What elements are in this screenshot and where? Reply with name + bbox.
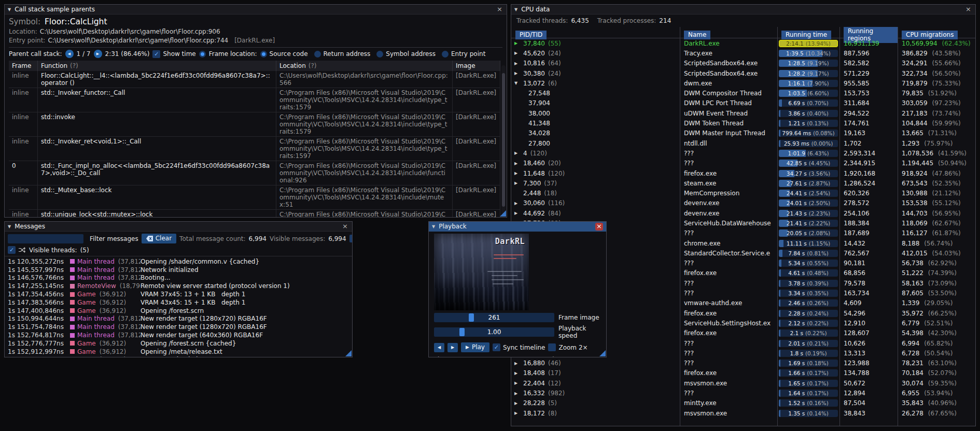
column-header-cpu-migrations[interactable]: CPU migrations	[902, 31, 958, 39]
message-row[interactable]: 1s 152,776,777ns Game (36,912) Opening /…	[8, 339, 349, 348]
expand-icon[interactable]: ▶	[514, 41, 520, 46]
column-header-pid[interactable]: PID/TID	[515, 31, 547, 39]
scrollbar-thumb[interactable]	[502, 73, 505, 207]
cpu-row[interactable]: ▶ 7,300 (37) steam.exe 27.61 s(2.87%) 1,…	[511, 178, 975, 188]
expand-icon[interactable]: ▶	[514, 371, 520, 376]
message-row[interactable]: 1s 147,354,456ns Game (36,912) VRAM 37x4…	[8, 290, 349, 298]
sync-timeline-checkbox[interactable]: ✓ Sync timeline	[493, 343, 545, 351]
message-row[interactable]: 1s 145,557,997ns Main thread (37,812) Ne…	[8, 266, 349, 274]
callstack-row[interactable]: inline std::_Invoker_functor::_Call C:\P…	[9, 88, 500, 112]
cpu-row[interactable]: 2,448 (18) MemCompression 24.41 s(2.54%)…	[511, 188, 975, 198]
cpu-row[interactable]: ▶ 30,380 (24) ScriptedSandbox64.exe 1:28…	[511, 68, 975, 78]
expand-icon[interactable]: ▶	[514, 171, 520, 176]
frame-location-radio[interactable]: Source code	[260, 50, 308, 58]
close-icon[interactable]: ×	[595, 223, 603, 231]
next-frame-button[interactable]: ▶	[447, 343, 458, 352]
truncated-checkbox[interactable]	[349, 235, 352, 242]
expand-icon[interactable]: ▼	[514, 81, 520, 85]
playback-speed-slider[interactable]: 1.00	[434, 327, 554, 337]
frame-location-radio[interactable]: Return address	[314, 50, 371, 58]
message-row[interactable]: 1s 120,355,272ns Main thread (37,812) Op…	[8, 257, 349, 266]
clear-button[interactable]: Clear	[142, 234, 176, 243]
cpu-row[interactable]: ▶ 18,408 (17) firefox.exe 1.66 s(0.17%) …	[511, 368, 975, 378]
cpu-row[interactable]: ▶ 11,648 (120) firefox.exe 34.27 s(3.56%…	[511, 168, 975, 178]
next-parent-button[interactable]: ▶	[94, 50, 102, 58]
message-row[interactable]: 1s 151,754,784ns Main thread (37,812) Ne…	[8, 323, 349, 331]
expand-icon[interactable]: ▶	[514, 411, 520, 415]
slider-grab[interactable]	[469, 313, 474, 322]
cpu-row[interactable]: ▶ 16,332 (982) ??? 1.64 s(0.17%) 12,894 …	[511, 388, 975, 398]
expand-icon[interactable]: ▶	[514, 391, 520, 396]
cpu-row[interactable]: ▶ 18,460 (20) ??? 42.85 s(4.45%) 2,344,9…	[511, 159, 975, 168]
expand-icon[interactable]: ▶	[514, 61, 520, 66]
close-icon[interactable]: ×	[341, 223, 349, 231]
collapse-icon[interactable]: ▼	[432, 224, 435, 229]
expand-icon[interactable]: ▶	[514, 211, 520, 216]
callstack-row[interactable]: inline std::_Mutex_base::lock C:\Program…	[9, 185, 500, 210]
visible-threads-row[interactable]: ✓ Visible threads: (5)	[5, 246, 352, 256]
expand-icon[interactable]: ▶	[514, 161, 520, 166]
resize-grip[interactable]	[500, 210, 506, 217]
play-button[interactable]: ▶ Play	[461, 342, 489, 352]
callstack-row[interactable]: inline Floor::CalcLight::__l4::<lambda_5…	[9, 71, 500, 88]
message-row[interactable]: 1s 152,764,817ns Main thread (37,812) Ne…	[8, 331, 349, 339]
cpu-migrations-cell: 322,734 (56.50%)	[898, 70, 975, 77]
cpu-row[interactable]: 38,000 uDWM Event Thread 3.86 s(0.40%) 2…	[511, 108, 975, 118]
cpu-row[interactable]: ▶ 22,404 (12) msvsmon.exe 1.65 s(0.17%) …	[511, 378, 975, 388]
message-row[interactable]: 1s 146,576,766ns Main thread (37,812) Bo…	[8, 274, 349, 282]
resize-grip[interactable]	[345, 350, 352, 356]
cpu-row[interactable]: 34,028 DWM Master Input Thread 799.64 ms…	[511, 128, 975, 138]
expand-icon[interactable]: ▶	[514, 381, 520, 385]
message-row[interactable]: 1s 147,400,846ns Game (36,912) Opening /…	[8, 307, 349, 315]
expand-icon[interactable]: ▶	[514, 401, 520, 406]
cpu-row[interactable]: ▶ 44,692 (84) devenv.exe 21.43 s(2.23%) …	[511, 208, 975, 218]
threads-checkbox-checked[interactable]: ✓	[8, 246, 16, 254]
cpu-row[interactable]: 27,548 DWM Compositor Thread 1:03.5(6.60…	[511, 88, 975, 98]
expand-icon[interactable]: ▶	[514, 151, 520, 155]
message-row[interactable]: 1s 147,383,566ns Game (36,912) VRAM 43x4…	[8, 298, 349, 307]
message-row[interactable]: 1s 147,255,145ns RemoteView (18,796) Rem…	[8, 282, 349, 290]
zoom-2x-checkbox[interactable]: Zoom 2×	[548, 343, 587, 351]
filter-input[interactable]	[8, 234, 83, 243]
expand-icon[interactable]: ▶	[514, 51, 520, 55]
resize-grip[interactable]	[599, 350, 606, 356]
prev-frame-button[interactable]: ◀	[434, 343, 444, 352]
callstack-row[interactable]: inline std::invoke C:\Program Files (x86…	[9, 112, 500, 137]
message-row[interactable]: 1s 152,912,997ns Game (36,912) Opening /…	[8, 348, 349, 356]
expand-icon[interactable]: ▶	[514, 71, 520, 76]
vertical-scrollbar[interactable]	[501, 65, 506, 216]
cpu-row[interactable]: ▶ 28,228 (5) mintty.exe 1.52 s(0.16%) 87…	[511, 398, 975, 408]
cpu-row[interactable]: ▶ 30,060 (116) devenv.exe 24.01 s(2.50%)…	[511, 198, 975, 208]
close-icon[interactable]: ×	[496, 6, 503, 13]
message-row[interactable]: 1s 150,994,644ns Main thread (37,812) Ne…	[8, 315, 349, 323]
callstack-row[interactable]: inline std::unique_lock<std::mutex>::loc…	[9, 210, 500, 217]
cpu-row[interactable]: ▶ 10,816 (64) ScriptedSandbox64.exe 1:28…	[511, 59, 975, 68]
cpu-row[interactable]: ▶ 45,620 (24) Tracy.exe 1:39.5(10.34%) 8…	[511, 48, 975, 58]
callstack-row[interactable]: 0 std::_Func_impl_no_alloc<<lambda_5bc22…	[9, 161, 500, 185]
frame-image-slider[interactable]: 261	[434, 313, 554, 322]
prev-parent-button[interactable]: ◀	[65, 50, 74, 58]
callstack-row[interactable]: inline std::_Invoker_ret<void,1>::_Call …	[9, 137, 500, 161]
cpu-row[interactable]: 27,800 ntdll.dll 25.93 ms(0.00%) 1,702 1…	[511, 138, 975, 148]
column-header-running-time[interactable]: Running time	[781, 31, 831, 39]
column-header-name[interactable]: Name	[684, 31, 710, 39]
slider-grab[interactable]	[459, 328, 465, 336]
message-row[interactable]: 1s 153,116,272ns Game (36,912) Intro men…	[8, 356, 349, 357]
collapse-icon[interactable]: ▼	[8, 7, 11, 12]
expand-icon[interactable]: ▶	[514, 181, 520, 185]
cpu-row[interactable]: ▶ 18,172 (8) msvsmon.exe 1.35 s(0.14%) 3…	[511, 408, 975, 418]
frame-location-radio[interactable]: Entry point	[442, 50, 485, 58]
collapse-icon[interactable]: ▼	[514, 7, 517, 12]
cpu-row[interactable]: 41,348 DWM Token Thread 1.21 s(0.13%) 17…	[511, 118, 975, 128]
cpu-row[interactable]: ▶ 16,880 (46) ??? 1.69 s(0.18%) 123,988 …	[511, 358, 975, 368]
frame-location-radio[interactable]: Symbol address	[376, 50, 436, 58]
cpu-row[interactable]: ▶ 4 (120) ??? 1:01.9(6.43%) 2,593,314 1,…	[511, 148, 975, 158]
collapse-icon[interactable]: ▼	[8, 224, 11, 229]
close-icon[interactable]: ×	[964, 6, 972, 13]
show-time-checkbox[interactable]: ✓ Show time	[152, 50, 195, 58]
cpu-row[interactable]: ▶ 37,840 (55) DarkRL.exe 2:14.1(13.94%) …	[511, 38, 975, 48]
cpu-row[interactable]: ▼ 13,072 (6) dwm.exe 1:16.1(7.90%) 955,5…	[511, 78, 975, 88]
expand-icon[interactable]: ▶	[514, 361, 520, 366]
cpu-row[interactable]: 37,904 DWM LPC Port Thread 6.69 s(0.70%)…	[511, 98, 975, 108]
expand-icon[interactable]: ▶	[514, 201, 520, 206]
